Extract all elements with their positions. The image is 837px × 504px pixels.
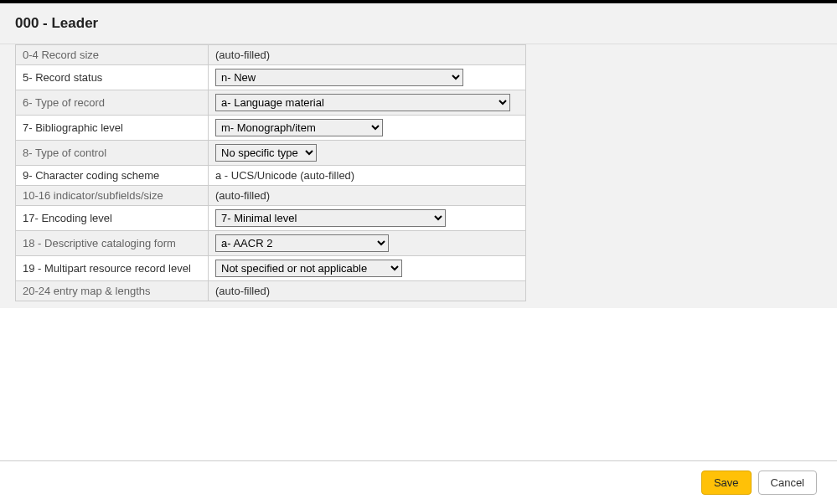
form-row: 20-24 entry map & lengths(auto-filled) — [16, 281, 526, 301]
field-select[interactable]: Not specified or not applicable — [215, 260, 402, 277]
leader-form-table: 0-4 Record size(auto-filled)5- Record st… — [15, 44, 526, 301]
field-value: 7- Minimal level — [209, 206, 526, 231]
form-row: 18 - Descriptive cataloging forma- AACR … — [16, 231, 526, 256]
field-select[interactable]: No specific type — [215, 144, 317, 162]
field-label: 10-16 indicator/subfields/size — [16, 186, 209, 206]
form-row: 8- Type of controlNo specific type — [16, 141, 526, 166]
static-value: (auto-filled) — [215, 285, 270, 297]
field-value: a- Language material — [209, 90, 526, 116]
page-title: 000 - Leader — [15, 15, 822, 32]
field-select[interactable]: a- AACR 2 — [215, 234, 389, 252]
form-row: 17- Encoding level7- Minimal level — [16, 206, 526, 231]
header-section: 000 - Leader — [0, 3, 837, 44]
field-value: No specific type — [209, 141, 526, 166]
field-label: 17- Encoding level — [16, 206, 209, 231]
field-value: (auto-filled) — [209, 281, 526, 301]
form-row: 7- Bibliographic levelm- Monograph/item — [16, 116, 526, 141]
field-label: 9- Character coding scheme — [16, 166, 209, 186]
field-select[interactable]: n- New — [215, 69, 463, 86]
field-select[interactable]: m- Monograph/item — [215, 119, 383, 136]
field-select[interactable]: a- Language material — [215, 94, 510, 111]
cancel-button[interactable]: Cancel — [758, 471, 817, 495]
field-label: 7- Bibliographic level — [16, 116, 209, 141]
static-value: (auto-filled) — [215, 189, 270, 202]
field-label: 6- Type of record — [16, 90, 209, 116]
form-row: 10-16 indicator/subfields/size(auto-fill… — [16, 186, 526, 206]
content-area: 0-4 Record size(auto-filled)5- Record st… — [0, 44, 837, 308]
field-value: n- New — [209, 65, 526, 90]
save-button[interactable]: Save — [701, 471, 752, 495]
field-value: (auto-filled) — [209, 186, 526, 206]
form-row: 6- Type of recorda- Language material — [16, 90, 526, 116]
field-value: (auto-filled) — [209, 45, 526, 65]
field-label: 19 - Multipart resource record level — [16, 256, 209, 281]
footer-bar: Save Cancel — [0, 460, 837, 504]
field-label: 20-24 entry map & lengths — [16, 281, 209, 301]
field-label: 5- Record status — [16, 65, 209, 90]
field-value: m- Monograph/item — [209, 116, 526, 141]
static-value: a - UCS/Unicode (auto-filled) — [215, 169, 354, 182]
form-row: 9- Character coding schemea - UCS/Unicod… — [16, 166, 526, 186]
form-row: 19 - Multipart resource record levelNot … — [16, 256, 526, 281]
field-select[interactable]: 7- Minimal level — [215, 209, 446, 227]
field-value: a- AACR 2 — [209, 231, 526, 256]
field-label: 18 - Descriptive cataloging form — [16, 231, 209, 256]
static-value: (auto-filled) — [215, 49, 270, 61]
field-label: 0-4 Record size — [16, 45, 209, 65]
form-row: 5- Record statusn- New — [16, 65, 526, 90]
field-value: Not specified or not applicable — [209, 256, 526, 281]
field-label: 8- Type of control — [16, 141, 209, 166]
form-row: 0-4 Record size(auto-filled) — [16, 45, 526, 65]
field-value: a - UCS/Unicode (auto-filled) — [209, 166, 526, 186]
